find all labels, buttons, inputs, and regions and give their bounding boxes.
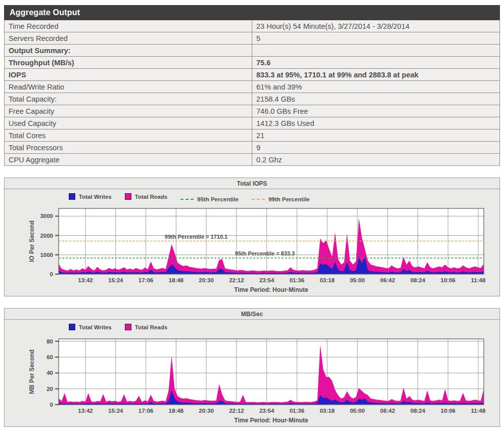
x-tick-label: 17:06 bbox=[139, 277, 153, 283]
row-value: 23 Hour(s) 54 Minute(s), 3/27/2014 - 3/2… bbox=[252, 20, 500, 32]
x-tick-label: 05:00 bbox=[350, 277, 364, 283]
x-axis-title: Time Period: Hour-Minute bbox=[234, 286, 308, 293]
legend-item-total-reads: Total Reads bbox=[125, 324, 167, 330]
x-tick-label: 13:42 bbox=[78, 408, 93, 414]
y-tick-label: 0 bbox=[50, 271, 53, 277]
iops-chart-title: Total IOPS bbox=[5, 178, 499, 189]
table-header-row: Aggregate Output bbox=[5, 6, 500, 20]
x-tick-label: 08:24 bbox=[410, 277, 426, 283]
y-tick-label: 80 bbox=[47, 338, 53, 344]
y-axis-title: MB Per Second bbox=[28, 350, 35, 394]
legend-label: Total Reads bbox=[135, 194, 167, 200]
row-label: Free Capacity bbox=[5, 105, 252, 117]
row-label: Throughput (MB/s) bbox=[5, 57, 252, 69]
x-axis-title: Time Period: Hour-Minute bbox=[234, 417, 308, 424]
aggregate-output-table: Aggregate Output Time Recorded23 Hour(s)… bbox=[4, 5, 500, 166]
row-value: 5 bbox=[252, 32, 500, 45]
x-tick-label: 13:42 bbox=[78, 277, 93, 283]
mbsec-chart-panel: MB/Sec Total WritesTotal Reads 020406080… bbox=[4, 308, 500, 427]
legend-label: Total Reads bbox=[135, 324, 167, 330]
iops-chart-legend: Total WritesTotal Reads95th Percentile99… bbox=[5, 189, 499, 202]
x-tick-label: 03:18 bbox=[319, 277, 335, 283]
row-value: 61% and 39% bbox=[252, 81, 500, 93]
row-label: Read/Write Ratio bbox=[5, 81, 252, 93]
table-row: Used Capacity1412.3 GBs Used bbox=[5, 117, 500, 129]
x-tick-label: 15:24 bbox=[108, 277, 123, 283]
95th-percentile-annotation: 95th Percentile = 833.3 bbox=[235, 250, 295, 256]
legend-item-total-writes: Total Writes bbox=[69, 193, 112, 200]
x-tick-label: 18:48 bbox=[169, 408, 184, 414]
table-row: Servers Recorded5 bbox=[5, 32, 500, 45]
row-value: 0.2 Ghz bbox=[252, 154, 500, 166]
x-tick-label: 11:48 bbox=[471, 408, 486, 414]
legend-dash-swatch bbox=[252, 199, 265, 200]
table-row: Throughput (MB/s)75.6 bbox=[5, 57, 500, 69]
row-value: 21 bbox=[252, 129, 500, 142]
row-value bbox=[252, 45, 500, 57]
mbsec-chart-legend: Total WritesTotal Reads bbox=[5, 320, 499, 333]
legend-label: Total Writes bbox=[79, 194, 112, 200]
x-tick-label: 23:54 bbox=[259, 408, 274, 414]
row-value: 2158.4 GBs bbox=[252, 93, 500, 105]
x-tick-label: 23:54 bbox=[259, 277, 274, 283]
row-label: Used Capacity bbox=[5, 117, 252, 129]
iops-plot-svg: 95th Percentile = 833.399th Percentile =… bbox=[5, 202, 500, 296]
legend-label: 99th Percentile bbox=[268, 196, 310, 202]
legend-square-swatch bbox=[125, 324, 131, 330]
legend-label: 95th Percentile bbox=[197, 196, 239, 202]
x-tick-label: 22:12 bbox=[229, 277, 244, 283]
report-page: Aggregate Output Time Recorded23 Hour(s)… bbox=[0, 0, 504, 427]
table-row: Total Capacity:2158.4 GBs bbox=[5, 93, 500, 105]
x-tick-label: 15:24 bbox=[108, 408, 123, 414]
legend-label: Total Writes bbox=[79, 324, 112, 330]
row-value: 746.0 GBs Free bbox=[252, 105, 500, 117]
row-label: Time Recorded bbox=[5, 20, 252, 32]
iops-chart-panel: Total IOPS Total WritesTotal Reads95th P… bbox=[4, 178, 500, 296]
row-label: Output Summary: bbox=[5, 45, 252, 57]
mbsec-plot-svg: 02040608013:4215:2417:0618:4820:3022:122… bbox=[5, 333, 500, 426]
y-axis-title: IO Per Second bbox=[28, 221, 35, 262]
legend-item-total-reads: Total Reads bbox=[125, 193, 167, 200]
table-row: Time Recorded23 Hour(s) 54 Minute(s), 3/… bbox=[5, 20, 500, 32]
row-label: IOPS bbox=[5, 69, 252, 81]
iops-chart: 95th Percentile = 833.399th Percentile =… bbox=[5, 202, 500, 296]
legend-dash-swatch bbox=[180, 199, 194, 200]
x-tick-label: 03:18 bbox=[319, 408, 335, 414]
table-title: Aggregate Output bbox=[5, 6, 500, 20]
x-tick-label: 20:30 bbox=[199, 408, 213, 414]
row-label: CPU Aggregate bbox=[5, 154, 252, 166]
x-tick-label: 10:06 bbox=[441, 277, 455, 283]
table-row: IOPS833.3 at 95%, 1710.1 at 99% and 2883… bbox=[5, 69, 500, 81]
y-tick-label: 20 bbox=[47, 386, 53, 392]
legend-square-swatch bbox=[69, 193, 75, 200]
row-label: Servers Recorded bbox=[5, 32, 252, 45]
legend-item-95th-percentile: 95th Percentile bbox=[180, 196, 239, 202]
99th-percentile-annotation: 99th Percentile = 1710.1 bbox=[165, 234, 227, 240]
row-label: Total Processors bbox=[5, 142, 252, 154]
x-tick-label: 08:24 bbox=[410, 408, 426, 414]
legend-square-swatch bbox=[69, 324, 75, 330]
x-tick-label: 06:42 bbox=[380, 408, 395, 414]
plot-area bbox=[59, 339, 484, 405]
legend-item-total-writes: Total Writes bbox=[69, 324, 112, 330]
y-tick-label: 40 bbox=[47, 370, 53, 376]
x-tick-label: 17:06 bbox=[139, 408, 153, 414]
y-tick-label: 2000 bbox=[40, 233, 53, 239]
row-value: 9 bbox=[252, 142, 500, 154]
row-value: 1412.3 GBs Used bbox=[252, 117, 500, 129]
x-tick-label: 18:48 bbox=[169, 277, 184, 283]
y-tick-label: 60 bbox=[47, 354, 53, 360]
x-tick-label: 22:12 bbox=[229, 408, 244, 414]
table-row: Output Summary: bbox=[5, 45, 500, 57]
legend-item-99th-percentile: 99th Percentile bbox=[252, 196, 310, 202]
mbsec-chart: 02040608013:4215:2417:0618:4820:3022:122… bbox=[5, 333, 500, 426]
y-tick-label: 3000 bbox=[40, 213, 53, 219]
table-row: CPU Aggregate0.2 Ghz bbox=[5, 154, 500, 166]
table-row: Total Cores21 bbox=[5, 129, 500, 142]
x-tick-label: 20:30 bbox=[199, 277, 213, 283]
table-row: Read/Write Ratio61% and 39% bbox=[5, 81, 500, 93]
row-value: 833.3 at 95%, 1710.1 at 99% and 2883.8 a… bbox=[252, 69, 500, 81]
x-tick-label: 05:00 bbox=[350, 408, 364, 414]
table-row: Free Capacity746.0 GBs Free bbox=[5, 105, 500, 117]
legend-square-swatch bbox=[125, 193, 131, 200]
